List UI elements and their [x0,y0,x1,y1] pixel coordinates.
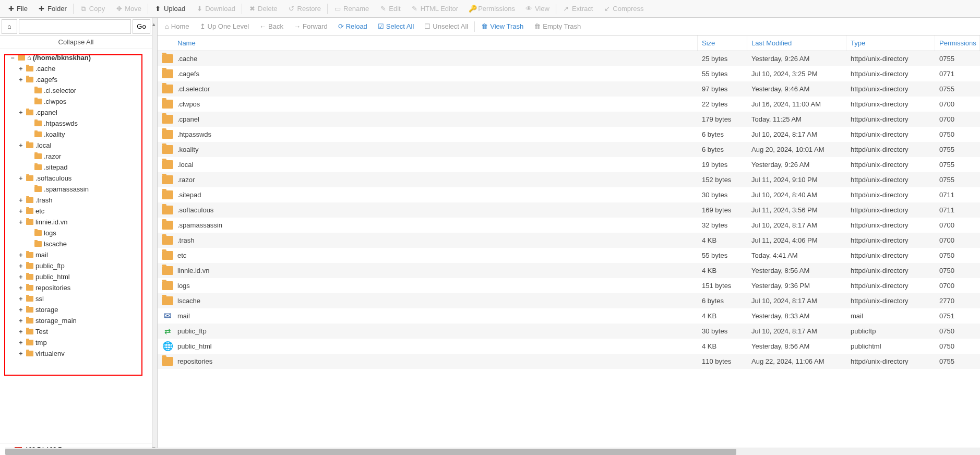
table-row[interactable]: linnie.id.vn4 KBYesterday, 8:56 AMhttpd/… [158,263,980,278]
expand-icon[interactable]: + [18,65,24,73]
download-button[interactable]: ⬇Download [190,0,241,18]
tree-item[interactable]: +.softaculous [1,173,151,184]
expand-icon[interactable]: + [18,142,24,149]
table-row[interactable]: .sitepad30 bytesJul 10, 2024, 8:40 AMhtt… [158,187,980,202]
expand-icon[interactable]: + [18,76,24,83]
tree-item[interactable]: .cl.selector [1,85,151,96]
table-row[interactable]: etc55 bytesToday, 4:41 AMhttpd/unix-dire… [158,248,980,263]
move-button[interactable]: ✥Move [110,0,147,18]
expand-icon[interactable]: + [18,252,24,259]
reload-button[interactable]: ⟳Reload [333,18,373,35]
tree-item[interactable]: +public_ftp [1,260,151,271]
go-button[interactable]: Go [133,19,150,34]
tree-item[interactable]: logs [1,228,151,238]
horizontal-scrollbar[interactable]: ◂ [5,448,980,455]
restore-button[interactable]: ↺Restore [283,0,327,18]
permissions-button[interactable]: 🔑Permissions [463,0,520,18]
expand-icon[interactable]: + [18,109,24,116]
tree-item[interactable]: +public_html [1,271,151,282]
table-row[interactable]: .cl.selector97 bytesYesterday, 9:46 AMht… [158,81,980,97]
rename-button[interactable]: ▭Rename [329,0,374,18]
col-size[interactable]: Size [698,35,747,51]
expand-icon[interactable]: + [18,306,24,314]
file-grid[interactable]: Name Size Last Modified Type Permissions… [158,35,980,455]
splitter[interactable]: ▴ ▾ [152,18,158,455]
table-row[interactable]: logs151 bytesYesterday, 9:36 PMhttpd/uni… [158,278,980,293]
table-row[interactable]: .local19 bytesYesterday, 9:26 AMhttpd/un… [158,157,980,172]
table-row[interactable]: .trash4 KBJul 11, 2024, 4:06 PMhttpd/uni… [158,233,980,248]
col-type[interactable]: Type [846,35,935,51]
table-row[interactable]: .cagefs55 bytesJul 10, 2024, 3:25 PMhttp… [158,66,980,81]
expand-icon[interactable]: + [18,175,24,182]
expand-icon[interactable]: + [18,273,24,281]
tree-item[interactable]: .clwpos [1,96,151,107]
table-row[interactable]: lscache6 bytesJul 10, 2024, 8:17 AMhttpd… [158,293,980,308]
scrollbar-thumb[interactable] [5,449,736,455]
expand-icon[interactable]: + [18,317,24,325]
table-row[interactable]: .cpanel179 bytesToday, 11:25 AMhttpd/uni… [158,112,980,127]
selectall-button[interactable]: ☑Select All [373,18,419,35]
unselectall-button[interactable]: ☐Unselect All [419,18,473,35]
tree-item[interactable]: +tmp [1,337,151,348]
table-row[interactable]: ⇄public_ftp30 bytesJul 10, 2024, 8:17 AM… [158,324,980,339]
expand-icon[interactable]: + [18,339,24,346]
extract-button[interactable]: ↗Extract [557,0,598,18]
tree-item[interactable]: .koality [1,129,151,140]
copy-button[interactable]: ⧉Copy [75,0,110,18]
tree-item[interactable]: lscache [1,238,151,249]
expand-icon[interactable]: + [18,262,24,270]
up-button[interactable]: ↥Up One Level [195,18,255,35]
expand-icon[interactable]: + [18,284,24,292]
view-button[interactable]: 👁View [520,0,555,18]
tree-item[interactable]: +.cpanel [1,107,151,118]
table-row[interactable]: ✉mail4 KBYesterday, 8:33 AMmail0751 [158,308,980,324]
tree-item[interactable]: .htpasswds [1,118,151,129]
tree-item[interactable]: .sitepad [1,162,151,173]
tree-root[interactable]: − ⌂ (/home/bknskhan) [1,52,151,63]
tree-item[interactable]: +etc [1,206,151,217]
back-button[interactable]: ←Back [254,18,289,35]
table-row[interactable]: .softaculous169 bytesJul 11, 2024, 3:56 … [158,202,980,218]
forward-button[interactable]: →Forward [289,18,333,35]
folder-button[interactable]: ✚Folder [33,0,72,18]
home-button[interactable]: ⌂Home [160,18,195,35]
tree-item[interactable]: +virtualenv [1,348,151,359]
table-row[interactable]: repositories110 bytesAug 22, 2024, 11:06… [158,354,980,369]
tree-item[interactable]: +linnie.id.vn [1,217,151,228]
col-name[interactable]: Name [177,35,698,51]
tree-item[interactable]: +.trash [1,195,151,206]
htmleditor-button[interactable]: ✎HTML Editor [406,0,463,18]
tree-item[interactable]: .razor [1,151,151,162]
folder-tree[interactable]: − ⌂ (/home/bknskhan) +.cache+.cagefs.cl.… [0,49,152,444]
table-row[interactable]: .spamassassin32 bytesJul 10, 2024, 8:17 … [158,218,980,233]
tree-item[interactable]: +storage [1,304,151,315]
delete-button[interactable]: ✖Delete [243,0,283,18]
table-row[interactable]: .koality6 bytesAug 20, 2024, 10:01 AMhtt… [158,142,980,157]
tree-item[interactable]: +mail [1,249,151,260]
tree-item[interactable]: +ssl [1,293,151,304]
collapse-all-button[interactable]: Collapse All [0,35,152,49]
tree-item[interactable]: +Test [1,326,151,337]
viewtrash-button[interactable]: 🗑View Trash [476,18,529,35]
col-permissions[interactable]: Permissions [935,35,980,51]
table-row[interactable]: 🌐public_html4 KBYesterday, 8:56 AMpublic… [158,339,980,354]
path-input[interactable] [19,19,131,34]
expand-icon[interactable]: + [18,208,24,215]
emptytrash-button[interactable]: 🗑Empty Trash [529,18,586,35]
table-row[interactable]: .htpasswds6 bytesJul 10, 2024, 8:17 AMht… [158,127,980,142]
file-button[interactable]: ✚File [2,0,33,18]
expand-icon[interactable]: + [18,350,24,357]
tree-item[interactable]: +.cagefs [1,74,151,85]
expand-icon[interactable]: + [18,295,24,303]
compress-button[interactable]: ↙Compress [598,0,649,18]
collapse-icon[interactable]: − [9,54,16,62]
tree-item[interactable]: +storage_main [1,315,151,326]
home-icon-button[interactable]: ⌂ [2,19,17,34]
edit-button[interactable]: ✎Edit [374,0,405,18]
expand-icon[interactable]: + [18,197,24,204]
table-row[interactable]: .clwpos22 bytesJul 16, 2024, 11:00 AMhtt… [158,97,980,112]
tree-item[interactable]: +repositories [1,282,151,293]
expand-icon[interactable]: + [18,328,24,336]
upload-button[interactable]: ⬆Upload [149,0,190,18]
table-row[interactable]: .razor152 bytesJul 11, 2024, 9:10 PMhttp… [158,172,980,187]
